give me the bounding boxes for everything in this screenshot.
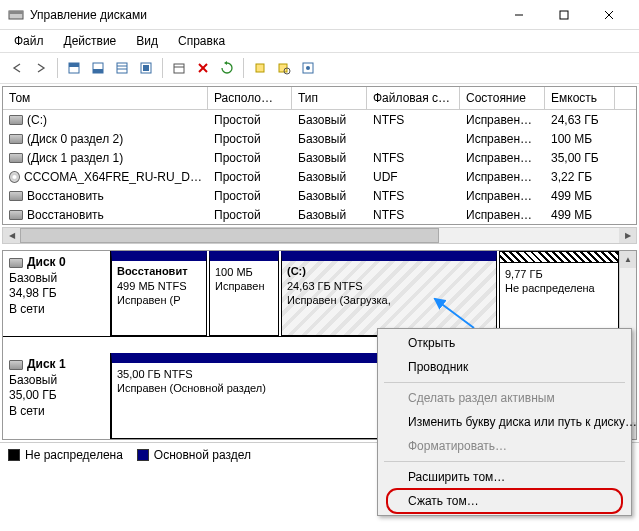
- nav-back-button[interactable]: [6, 57, 28, 79]
- col-filesystem[interactable]: Файловая с…: [367, 87, 460, 109]
- ctx-shrink-volume[interactable]: Сжать том…: [380, 489, 629, 513]
- table-header: Том Располо… Тип Файловая с… Состояние Е…: [3, 87, 636, 110]
- view-detail-button[interactable]: [135, 57, 157, 79]
- vol-name: (Диск 0 раздел 2): [27, 132, 123, 146]
- menu-action[interactable]: Действие: [54, 32, 127, 50]
- swatch-navy-icon: [137, 449, 149, 461]
- view-top-button[interactable]: [63, 57, 85, 79]
- menu-view[interactable]: Вид: [126, 32, 168, 50]
- disk-icon: [9, 115, 23, 125]
- scroll-left-button[interactable]: ◀: [3, 228, 20, 243]
- disk-icon: [9, 191, 23, 201]
- svg-rect-9: [93, 69, 103, 73]
- col-capacity[interactable]: Емкость: [545, 87, 615, 109]
- settings-button[interactable]: [297, 57, 319, 79]
- disk-icon: [9, 360, 23, 370]
- legend-primary: Основной раздел: [137, 448, 251, 462]
- volume-table: Том Располо… Тип Файловая с… Состояние Е…: [2, 86, 637, 225]
- col-volume[interactable]: Том: [3, 87, 208, 109]
- svg-rect-10: [117, 63, 127, 73]
- view-list-button[interactable]: [111, 57, 133, 79]
- legend-unallocated: Не распределена: [8, 448, 123, 462]
- maximize-button[interactable]: [541, 1, 586, 29]
- swatch-black-icon: [8, 449, 20, 461]
- context-menu: Открыть Проводник Сделать раздел активны…: [377, 328, 632, 516]
- refresh-button[interactable]: [216, 57, 238, 79]
- properties-button[interactable]: [168, 57, 190, 79]
- window-controls: [496, 1, 631, 29]
- svg-rect-7: [69, 63, 79, 67]
- svg-rect-3: [560, 11, 568, 19]
- ctx-open[interactable]: Открыть: [380, 331, 629, 355]
- partition-recovery[interactable]: Восстановит 499 МБ NTFS Исправен (Р: [111, 251, 207, 336]
- svg-rect-15: [174, 64, 184, 73]
- view-bottom-button[interactable]: [87, 57, 109, 79]
- vol-name: CCCOMA_X64FRE_RU-RU_D…: [24, 170, 202, 184]
- ctx-extend-volume[interactable]: Расширить том…: [380, 465, 629, 489]
- cd-icon: [9, 171, 20, 183]
- table-row[interactable]: (Диск 1 раздел 1) Простой Базовый NTFS И…: [3, 148, 636, 167]
- delete-button[interactable]: [192, 57, 214, 79]
- table-row[interactable]: (Диск 0 раздел 2) Простой Базовый Исправ…: [3, 129, 636, 148]
- col-status[interactable]: Состояние: [460, 87, 545, 109]
- ctx-change-letter[interactable]: Изменить букву диска или путь к диску…: [380, 410, 629, 434]
- vol-name: (C:): [27, 113, 47, 127]
- menu-file[interactable]: Файл: [4, 32, 54, 50]
- find-button[interactable]: [273, 57, 295, 79]
- svg-point-23: [306, 66, 310, 70]
- col-layout[interactable]: Располо…: [208, 87, 292, 109]
- col-type[interactable]: Тип: [292, 87, 367, 109]
- scroll-right-button[interactable]: ▶: [619, 228, 636, 243]
- nav-forward-button[interactable]: [30, 57, 52, 79]
- disk-row: Диск 0 Базовый 34,98 ГБ В сети Восстанов…: [3, 251, 619, 337]
- svg-rect-19: [256, 64, 264, 72]
- close-button[interactable]: [586, 1, 631, 29]
- partition-c[interactable]: (C:) 24,63 ГБ NTFS Исправен (Загрузка,: [281, 251, 497, 336]
- disk-info[interactable]: Диск 1 Базовый 35,00 ГБ В сети: [3, 353, 111, 439]
- scroll-up-button[interactable]: ▲: [620, 251, 636, 268]
- disk-icon: [9, 210, 23, 220]
- svg-rect-14: [143, 65, 149, 71]
- toolbar: [0, 52, 639, 84]
- svg-rect-1: [9, 11, 23, 14]
- vol-name: Восстановить: [27, 189, 104, 203]
- menu-help[interactable]: Справка: [168, 32, 235, 50]
- ctx-make-active: Сделать раздел активным: [380, 386, 629, 410]
- window-title: Управление дисками: [30, 8, 496, 22]
- disk-icon: [9, 258, 23, 268]
- partition-unallocated[interactable]: 9,77 ГБ Не распределена: [499, 251, 619, 336]
- new-volume-button[interactable]: [249, 57, 271, 79]
- vol-name: (Диск 1 раздел 1): [27, 151, 123, 165]
- table-body: (C:) Простой Базовый NTFS Исправен… 24,6…: [3, 110, 636, 224]
- disk-icon: [9, 153, 23, 163]
- disk-icon: [9, 134, 23, 144]
- app-icon: [8, 7, 24, 23]
- table-row[interactable]: CCCOMA_X64FRE_RU-RU_D… Простой Базовый U…: [3, 167, 636, 186]
- minimize-button[interactable]: [496, 1, 541, 29]
- vol-name: Восстановить: [27, 208, 104, 222]
- scroll-thumb[interactable]: [20, 228, 439, 243]
- menubar: Файл Действие Вид Справка: [0, 30, 639, 52]
- ctx-explorer[interactable]: Проводник: [380, 355, 629, 379]
- table-row[interactable]: Восстановить Простой Базовый NTFS Исправ…: [3, 186, 636, 205]
- table-row[interactable]: Восстановить Простой Базовый NTFS Исправ…: [3, 205, 636, 224]
- partition-efi[interactable]: 100 МБ Исправен: [209, 251, 279, 336]
- horizontal-scrollbar[interactable]: ◀ ▶: [2, 227, 637, 244]
- titlebar: Управление дисками: [0, 0, 639, 30]
- table-row[interactable]: (C:) Простой Базовый NTFS Исправен… 24,6…: [3, 110, 636, 129]
- ctx-format: Форматировать…: [380, 434, 629, 458]
- disk-info[interactable]: Диск 0 Базовый 34,98 ГБ В сети: [3, 251, 111, 336]
